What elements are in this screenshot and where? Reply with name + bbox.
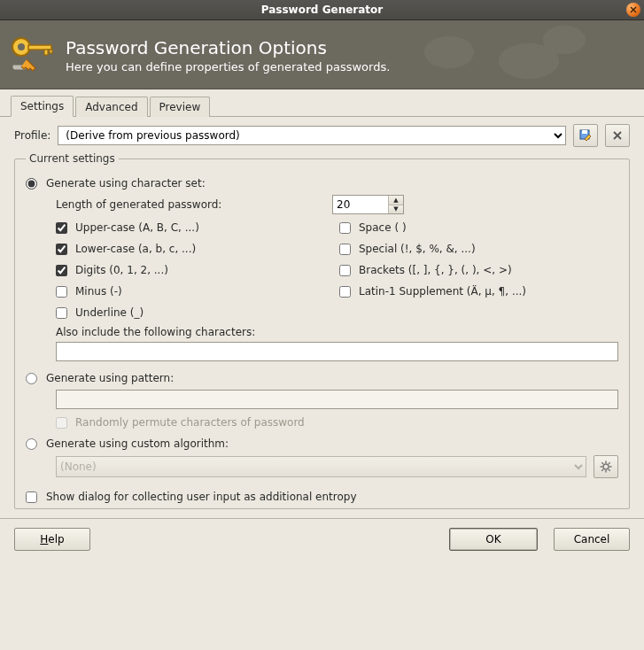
- help-button[interactable]: Help: [14, 528, 90, 551]
- length-label: Length of generated password:: [56, 198, 322, 211]
- svg-line-15: [601, 469, 603, 471]
- svg-rect-4: [50, 50, 52, 53]
- spinner-up-icon[interactable]: ▲: [389, 196, 403, 205]
- cb-underline[interactable]: Underline (_): [56, 306, 339, 319]
- cb-special[interactable]: Special (!, $, %, &, ...): [339, 243, 618, 255]
- key-icon: [9, 31, 57, 79]
- pattern-input[interactable]: [56, 390, 618, 409]
- current-settings-group: Current settings Generate using characte…: [14, 152, 630, 509]
- save-profile-button[interactable]: [573, 124, 598, 147]
- svg-line-14: [609, 462, 610, 464]
- x-icon: [612, 130, 623, 141]
- svg-rect-3: [44, 50, 48, 55]
- ok-button[interactable]: OK: [449, 528, 538, 551]
- svg-rect-6: [582, 130, 587, 134]
- profile-select[interactable]: (Derive from previous password): [58, 126, 566, 145]
- gear-icon: [600, 460, 612, 473]
- cb-permute: Randomly permute characters of password: [56, 416, 618, 429]
- algorithm-select[interactable]: (None): [56, 456, 586, 477]
- tab-settings[interactable]: Settings: [11, 96, 74, 117]
- svg-rect-2: [28, 45, 51, 50]
- cb-upper[interactable]: Upper-case (A, B, C, ...): [56, 221, 339, 234]
- header-title: Password Generation Options: [66, 37, 390, 58]
- title-bar: Password Generator: [0, 0, 644, 20]
- cb-space[interactable]: Space ( ): [339, 221, 618, 234]
- close-icon[interactable]: [626, 3, 640, 17]
- svg-point-7: [603, 464, 609, 469]
- window-title: Password Generator: [261, 4, 383, 16]
- disk-pencil-icon: [579, 129, 592, 142]
- cancel-button[interactable]: Cancel: [554, 528, 630, 551]
- spinner-down-icon[interactable]: ▼: [389, 205, 403, 214]
- tab-advanced[interactable]: Advanced: [75, 97, 147, 117]
- cb-brackets[interactable]: Brackets ([, ], {, }, (, ), <, >): [339, 264, 618, 276]
- header-subtitle: Here you can define properties of genera…: [66, 60, 390, 74]
- cb-latin1[interactable]: Latin-1 Supplement (Ä, µ, ¶, ...): [339, 285, 618, 298]
- mode-charset-radio[interactable]: Generate using character set:: [26, 177, 618, 190]
- algorithm-settings-button[interactable]: [594, 455, 618, 478]
- cb-minus[interactable]: Minus (-): [56, 285, 339, 298]
- length-spinner[interactable]: ▲ ▼: [332, 195, 404, 214]
- cb-lower[interactable]: Lower-case (a, b, c, ...): [56, 243, 339, 255]
- delete-profile-button[interactable]: [605, 124, 630, 147]
- svg-line-13: [609, 469, 610, 471]
- mode-pattern-radio[interactable]: Generate using pattern:: [26, 372, 618, 384]
- group-legend: Current settings: [26, 152, 119, 165]
- header-banner: Password Generation Options Here you can…: [0, 20, 644, 89]
- length-input[interactable]: [333, 196, 388, 213]
- also-include-input[interactable]: [56, 342, 618, 361]
- tab-preview[interactable]: Preview: [150, 97, 211, 117]
- mode-custom-radio[interactable]: Generate using custom algorithm:: [26, 437, 618, 450]
- also-include-label: Also include the following characters:: [56, 326, 618, 338]
- profile-label: Profile:: [14, 129, 50, 142]
- tabs: Settings Advanced Preview: [0, 89, 644, 117]
- svg-line-12: [601, 462, 603, 464]
- svg-point-1: [18, 43, 25, 50]
- cb-entropy[interactable]: Show dialog for collecting user input as…: [26, 491, 618, 503]
- dialog-buttons: Help OK Cancel: [0, 519, 644, 560]
- cb-digits[interactable]: Digits (0, 1, 2, ...): [56, 264, 339, 276]
